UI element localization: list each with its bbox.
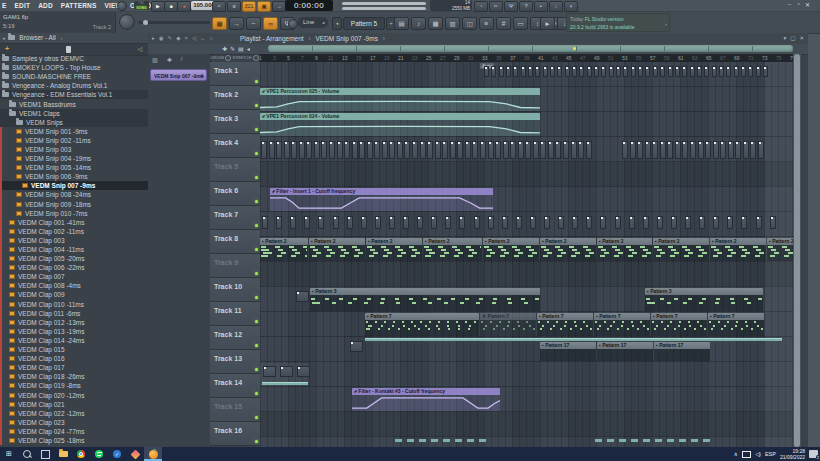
menu-item-add[interactable]: ADD (38, 2, 53, 9)
menu-item-edit[interactable]: EDIT (15, 2, 31, 9)
mini-clip[interactable] (318, 216, 324, 229)
mini-clip[interactable] (314, 141, 320, 159)
mini-clip[interactable] (713, 216, 719, 229)
browser-item[interactable]: VEDM Clap 009 (0, 290, 148, 299)
mini-clip[interactable] (269, 141, 275, 159)
export-icon[interactable]: ↓ (549, 1, 563, 12)
fl-studio-button[interactable] (144, 447, 162, 461)
link-icon[interactable]: ∞ (263, 17, 278, 30)
mini-clip[interactable] (698, 141, 704, 159)
minimize-icon[interactable]: – (786, 1, 793, 8)
mini-clip[interactable] (420, 141, 426, 159)
mini-clip[interactable] (491, 66, 496, 77)
mini-clip[interactable] (361, 216, 367, 229)
playlist-tool-icon-0[interactable]: ✚ (222, 45, 227, 52)
mini-clip[interactable] (284, 141, 290, 159)
horizontal-scrollbar[interactable] (268, 45, 793, 52)
mini-clip[interactable] (417, 216, 423, 229)
playlist-tool-icon-2[interactable]: ▤ (238, 45, 244, 52)
automation-clip[interactable]: ✐Filter - Kontakt #3 - Cutoff frequency (352, 388, 500, 411)
browser-item[interactable]: VEDM Clap 001 -41ms (0, 218, 148, 227)
typing-piano-icon[interactable]: ≡ (227, 1, 241, 12)
mini-clip[interactable] (682, 141, 688, 159)
timeline-ruler[interactable]: 1357911131517192123252729313335373941434… (260, 54, 793, 62)
chat-icon[interactable]: ◖ (564, 1, 578, 12)
browser-item[interactable]: VEDM Clap 012 -13ms (0, 318, 148, 327)
mini-clip[interactable] (397, 141, 403, 159)
browser-item[interactable]: SMOKEY LOOPS - Top House (0, 63, 148, 72)
mini-clip[interactable] (571, 141, 577, 159)
monitor-icon[interactable] (742, 451, 751, 458)
mini-clip[interactable] (741, 66, 746, 77)
playlist-titlebar-icon-1[interactable]: ◉ (159, 33, 164, 44)
browser-item[interactable]: VEDM Clap 011 -6ms (0, 309, 148, 318)
mini-clip[interactable] (652, 141, 658, 159)
track-enable-led[interactable] (255, 320, 258, 323)
main-pitch-knob[interactable] (117, 1, 127, 11)
browser-item[interactable]: VEDM Snip 010 -7ms (0, 209, 148, 218)
mini-clip[interactable] (643, 216, 649, 229)
browser-item[interactable]: VEDM Snip 003 (0, 145, 148, 154)
mini-clip[interactable] (727, 216, 733, 229)
mini-clip[interactable] (427, 141, 433, 159)
mini-clip[interactable] (629, 216, 635, 229)
audio-dash-clip[interactable] (595, 439, 710, 442)
tray-chevron-icon[interactable]: ∧ (734, 451, 738, 457)
browser-item[interactable]: VEDM Snip 002 -11ms (0, 136, 148, 145)
mini-clip[interactable] (280, 366, 293, 377)
track-enable-led[interactable] (255, 176, 258, 179)
track-enable-led[interactable] (255, 296, 258, 299)
mini-clip[interactable] (321, 141, 327, 159)
mini-clip[interactable] (579, 66, 584, 77)
track-enable-led[interactable] (255, 392, 258, 395)
tray-app-icon[interactable]: 2 (809, 450, 818, 458)
stop-button[interactable]: ■ (164, 1, 178, 12)
mini-clip[interactable] (299, 141, 305, 159)
mini-clip[interactable] (262, 216, 268, 229)
mini-clip[interactable] (697, 66, 702, 77)
mini-clip[interactable] (389, 141, 395, 159)
track-header[interactable]: Track 5 (210, 158, 260, 182)
playlist-tool-icon-3[interactable]: ◂ (247, 45, 250, 52)
mini-clip[interactable] (550, 66, 555, 77)
mini-clip[interactable] (548, 141, 554, 159)
mini-clip[interactable] (412, 141, 418, 159)
track-header[interactable]: Track 16 (210, 422, 260, 446)
start-button[interactable]: ⊞ (0, 447, 18, 461)
pattern-clip[interactable]: ▪ Pattern 7 (365, 313, 479, 336)
time-display[interactable]: 0:00:00 (285, 0, 333, 11)
todo-app-button[interactable]: ✓ (108, 447, 126, 461)
pattern-clip[interactable]: ▪ Pattern 17 (597, 342, 653, 361)
mini-clip[interactable] (263, 366, 276, 377)
mini-clip[interactable] (675, 66, 680, 77)
browser-item[interactable]: VEDM Snip 005 -14ms (0, 163, 148, 172)
playlist-titlebar-icon-5[interactable]: ◁ (192, 33, 196, 44)
project-info-icon[interactable]: # (496, 17, 511, 30)
playback-progress-bar[interactable] (342, 2, 426, 5)
browser-item[interactable]: VEDM Clap 020 -12ms (0, 390, 148, 399)
track-header[interactable]: Track 8 (210, 230, 260, 254)
mini-clip[interactable] (719, 66, 724, 77)
mini-clip[interactable] (756, 66, 761, 77)
track-header[interactable]: Track 7 (210, 206, 260, 230)
browser-item[interactable]: VEDM Clap 021 (0, 400, 148, 409)
piano-roll-icon[interactable]: ♪ (411, 17, 426, 30)
mini-clip[interactable] (488, 141, 494, 159)
automation-clip[interactable]: ✐Filter - Insert 1 - Cutoff frequency (270, 188, 493, 211)
playlist-titlebar-icon-6[interactable]: ↔ (200, 33, 206, 44)
browser-item[interactable]: VEDM Clap 024 -77ms (0, 427, 148, 436)
playlist-titlebar-icon-7[interactable]: ○ (209, 33, 212, 44)
mini-clip[interactable] (404, 141, 410, 159)
mini-clip[interactable] (431, 216, 437, 229)
mini-clip[interactable] (609, 66, 614, 77)
browser-item[interactable]: VEDM Snip 006 -9ms (0, 172, 148, 181)
track-enable-led[interactable] (255, 248, 258, 251)
volume-icon[interactable]: ◁) (755, 451, 761, 457)
mini-clip[interactable] (435, 141, 441, 159)
playlist-menu-icon[interactable]: ▾ (783, 33, 786, 44)
playlist-titlebar-icon-2[interactable]: ✎ (168, 33, 173, 44)
track-header[interactable]: Track 12 (210, 326, 260, 350)
mini-clip[interactable] (513, 66, 518, 77)
track-enable-led[interactable] (255, 344, 258, 347)
mini-clip[interactable] (276, 141, 282, 159)
